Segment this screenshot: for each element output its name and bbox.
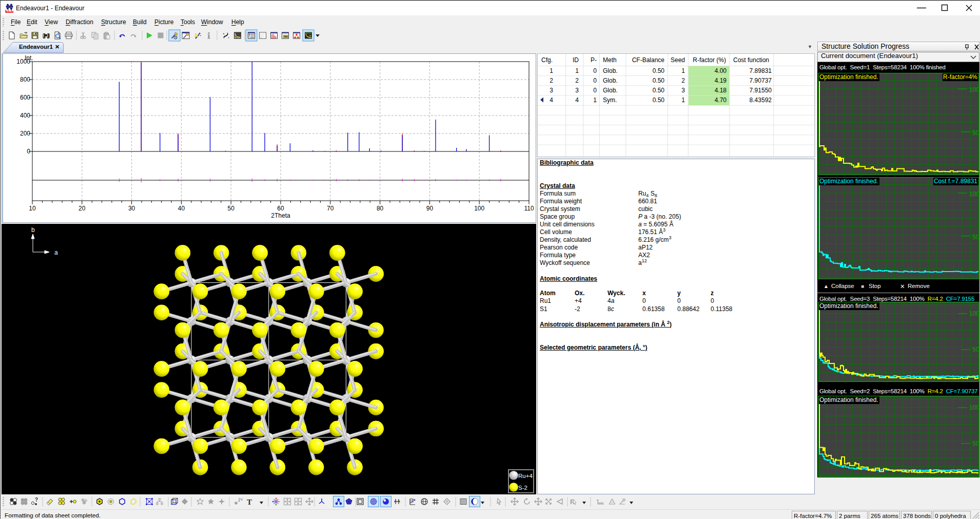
svg-text:T: T (247, 498, 252, 506)
svg-text:a: a (54, 249, 58, 256)
svg-text:50: 50 (972, 129, 978, 137)
svg-text:90: 90 (426, 205, 434, 212)
svg-text:100: 100 (969, 310, 978, 317)
svg-text:70: 70 (327, 205, 334, 212)
svg-text:10: 10 (29, 205, 36, 212)
svg-text:100: 100 (969, 86, 978, 93)
svg-text:100: 100 (969, 190, 978, 198)
svg-text:20: 20 (79, 205, 86, 212)
svg-text:Fe: Fe (239, 497, 243, 501)
svg-text:50: 50 (228, 205, 235, 212)
svg-text:Ru+4: Ru+4 (518, 473, 533, 479)
svg-text:40: 40 (178, 205, 185, 212)
svg-text:50: 50 (972, 234, 978, 241)
svg-text:hkl: hkl (284, 35, 288, 38)
svg-text:50: 50 (972, 346, 978, 353)
svg-text:100: 100 (474, 205, 484, 212)
svg-text:110: 110 (524, 205, 534, 212)
svg-text:80: 80 (377, 205, 384, 212)
svg-text:?: ? (35, 497, 38, 503)
svg-text:30: 30 (128, 205, 135, 212)
svg-text:2Theta: 2Theta (271, 212, 290, 219)
svg-text:S-2: S-2 (518, 485, 527, 491)
svg-text:b: b (31, 226, 35, 234)
svg-text:60: 60 (277, 205, 284, 212)
svg-text:1000: 1000 (16, 58, 30, 65)
svg-text:100: 100 (969, 404, 978, 411)
svg-text:50: 50 (972, 440, 978, 447)
